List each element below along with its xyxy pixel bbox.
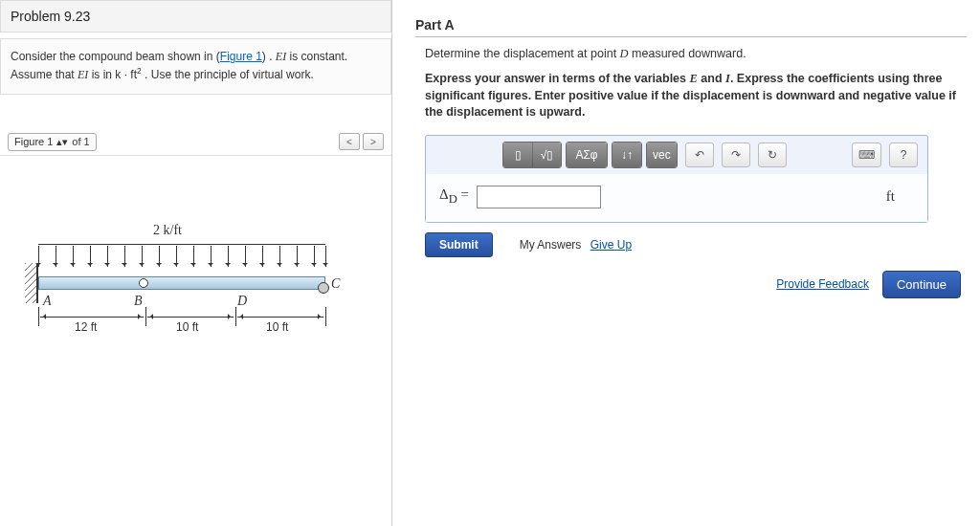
submit-row: Submit My Answers Give Up bbox=[425, 232, 967, 257]
var-ei: EI bbox=[78, 68, 88, 81]
hinge-b bbox=[139, 278, 148, 288]
continue-button[interactable]: Continue bbox=[882, 271, 961, 298]
point-a-label: A bbox=[43, 294, 52, 309]
stepper-icon: ▴▾ bbox=[56, 136, 68, 148]
undo-button[interactable]: ↶ bbox=[685, 142, 714, 167]
desc-text: is in k · ft bbox=[88, 68, 137, 81]
prompt: Determine the displacement at point D me… bbox=[425, 47, 967, 61]
figure-canvas: 2 k/ft A B D C 12 ft 10 ft 10 ft bbox=[0, 155, 391, 526]
next-figure-button[interactable]: > bbox=[363, 133, 384, 150]
var-d: D bbox=[620, 47, 629, 60]
submit-button[interactable]: Submit bbox=[425, 232, 493, 257]
feedback-link[interactable]: Provide Feedback bbox=[776, 277, 869, 291]
var-ei: EI bbox=[276, 50, 286, 63]
of-text: of 1 bbox=[72, 136, 89, 147]
greek-button[interactable]: ΑΣφ bbox=[567, 142, 607, 167]
load-label: 2 k/ft bbox=[153, 223, 182, 238]
keyboard-button[interactable]: ⌨ bbox=[852, 142, 881, 167]
support-c bbox=[318, 282, 329, 294]
instr-text: Express your answer in terms of the vari… bbox=[425, 72, 690, 85]
figure-label: Figure 1 bbox=[14, 136, 53, 147]
help-button[interactable]: ? bbox=[889, 142, 918, 167]
point-b-label: B bbox=[134, 294, 143, 309]
point-c-label: C bbox=[331, 276, 340, 292]
fixed-support bbox=[25, 263, 38, 303]
give-up-link[interactable]: Give Up bbox=[590, 238, 632, 252]
desc-text: Consider the compound beam shown in ( bbox=[11, 50, 220, 63]
prompt-text: Determine the displacement at point bbox=[425, 47, 620, 60]
right-panel: Part A Determine the displacement at poi… bbox=[392, 0, 980, 526]
load-arrows bbox=[38, 244, 325, 274]
prev-figure-button[interactable]: < bbox=[339, 133, 360, 150]
vec-button[interactable]: vec bbox=[647, 142, 677, 167]
fraction-button[interactable]: √▯ bbox=[532, 142, 561, 167]
figure-link[interactable]: Figure 1 bbox=[220, 50, 262, 63]
reset-button[interactable]: ↻ bbox=[758, 142, 787, 167]
dim-ab: 12 ft bbox=[75, 320, 97, 334]
footer-row: Provide Feedback Continue bbox=[415, 271, 967, 298]
instr-text: and bbox=[698, 72, 725, 85]
templates-button[interactable]: ▯ bbox=[503, 142, 532, 167]
beam bbox=[38, 276, 325, 290]
desc-text: . Use the principle of virtual work. bbox=[142, 68, 314, 81]
problem-description: Consider the compound beam shown in (Fig… bbox=[0, 38, 391, 95]
answer-symbol: ΔD = bbox=[439, 186, 469, 207]
prompt-text: measured downward. bbox=[629, 47, 746, 60]
point-d-label: D bbox=[237, 294, 247, 309]
var-e: E bbox=[690, 72, 698, 85]
desc-text: ) . bbox=[262, 50, 276, 63]
dim-bd: 10 ft bbox=[176, 320, 198, 334]
answer-row: ΔD = ft bbox=[426, 174, 927, 222]
redo-button[interactable]: ↷ bbox=[722, 142, 750, 167]
figure-nav: < > bbox=[339, 133, 384, 150]
part-label: Part A bbox=[415, 17, 967, 37]
math-toolbar: ▯ √▯ ΑΣφ ↓↑ vec ↶ ↷ ↻ ⌨ ? bbox=[426, 136, 927, 174]
subsup-button[interactable]: ↓↑ bbox=[612, 142, 641, 167]
problem-title: Problem 9.23 bbox=[0, 0, 391, 33]
answer-links: My Answers Give Up bbox=[520, 238, 632, 252]
answer-block: ▯ √▯ ΑΣφ ↓↑ vec ↶ ↷ ↻ ⌨ ? ΔD = ft bbox=[425, 135, 928, 223]
left-panel: Problem 9.23 Consider the compound beam … bbox=[0, 0, 392, 526]
dim-dc: 10 ft bbox=[266, 320, 288, 334]
figure-header: Figure 1 ▴▾ of 1 < > bbox=[0, 133, 391, 151]
answer-input[interactable] bbox=[477, 186, 601, 208]
instructions: Express your answer in terms of the vari… bbox=[425, 71, 967, 121]
answer-unit: ft bbox=[886, 188, 895, 205]
my-answers-label: My Answers bbox=[520, 238, 582, 252]
figure-selector[interactable]: Figure 1 ▴▾ of 1 bbox=[8, 133, 97, 151]
